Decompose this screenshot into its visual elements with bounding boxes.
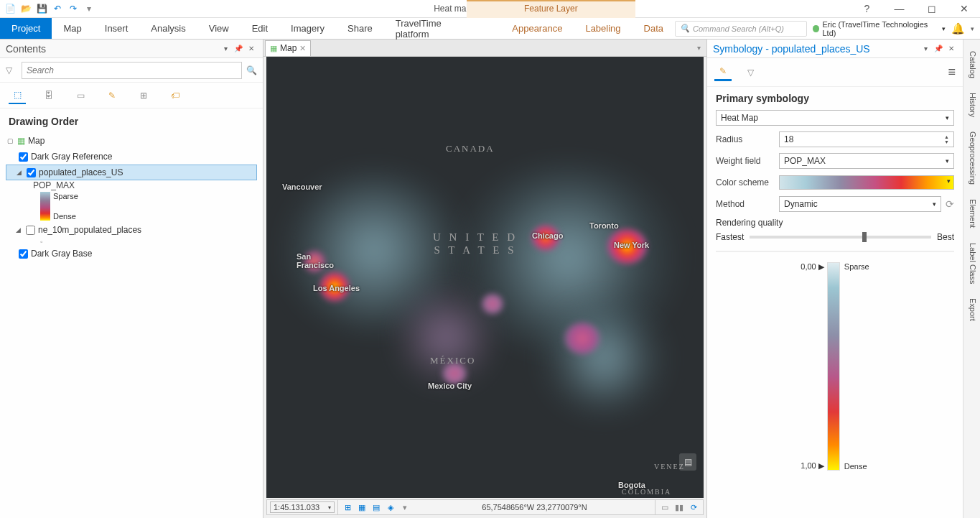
- rail-export[interactable]: Export: [963, 291, 980, 328]
- collapse-icon[interactable]: ▢: [7, 137, 14, 144]
- qat-dropdown-icon[interactable]: ▾: [82, 1, 96, 16]
- close-pane-icon[interactable]: ✕: [246, 43, 257, 55]
- user-account[interactable]: Eric (TravelTime Technologies Ltd) ▾: [813, 20, 946, 37]
- tab-share[interactable]: Share: [336, 18, 384, 39]
- ribbon: Project Map Insert Analysis View Edit Im…: [0, 18, 980, 40]
- map-canvas[interactable]: CANADA U N I T E DS T A T E S MÉXICO VEN…: [266, 57, 704, 498]
- tab-map[interactable]: Map: [52, 18, 93, 39]
- rail-label-class[interactable]: Label Class: [963, 236, 980, 291]
- constraints-icon[interactable]: ▤: [370, 501, 383, 514]
- layer-ne-10m-populated-places[interactable]: ◢ ne_10m_populated_places: [6, 222, 257, 238]
- list-by-editing-icon[interactable]: ✎: [103, 87, 121, 104]
- list-by-labeling-icon[interactable]: 🏷: [167, 87, 184, 104]
- maximize-icon[interactable]: ◻: [915, 0, 948, 18]
- method-select[interactable]: Dynamic▾: [779, 196, 941, 212]
- tab-view[interactable]: View: [197, 18, 241, 39]
- tab-insert[interactable]: Insert: [93, 18, 140, 39]
- docked-panes-rail: Catalog History Geoprocessing Element La…: [963, 40, 980, 518]
- layer-checkbox[interactable]: [27, 168, 36, 177]
- close-pane-icon[interactable]: ✕: [946, 43, 957, 55]
- view-dropdown-icon[interactable]: ▾: [697, 44, 706, 52]
- undo-icon[interactable]: ↶: [50, 1, 65, 16]
- pane-options-icon[interactable]: ≡: [948, 65, 956, 80]
- layer-checkbox[interactable]: [19, 249, 28, 259]
- title-bar: 📄 📂 💾 ↶ ↷ ▾ Heat map - Map - ArcGIS Pro …: [0, 0, 980, 18]
- list-by-snapping-icon[interactable]: ⊞: [135, 87, 152, 104]
- vary-symbology-tab-icon[interactable]: ▽: [742, 64, 759, 81]
- map-icon: ▦: [17, 136, 25, 146]
- pause-icon[interactable]: ▮▮: [673, 501, 686, 514]
- help-icon[interactable]: ?: [851, 0, 883, 18]
- coordinates-readout: 65,7548656°W 23,2770079°N: [414, 503, 655, 512]
- toc-tree: ▢ ▦ Map Dark Gray Reference ◢ populated_…: [0, 130, 263, 264]
- radius-label: Radius: [716, 134, 779, 144]
- tab-edit[interactable]: Edit: [241, 18, 279, 39]
- collapse-icon[interactable]: ◢: [16, 226, 23, 233]
- grid-icon[interactable]: ▦: [355, 501, 368, 514]
- city-label: Toronto: [589, 221, 619, 230]
- country-label: U N I T E DS T A T E S: [433, 231, 518, 256]
- city-label: Chicago: [532, 231, 563, 240]
- save-icon[interactable]: 💾: [34, 1, 49, 16]
- tab-analysis[interactable]: Analysis: [139, 18, 197, 39]
- contents-search-input[interactable]: [22, 62, 242, 79]
- selection-chip-icon[interactable]: ▭: [658, 501, 671, 514]
- primary-symbology-tab-icon[interactable]: ✎: [714, 64, 732, 81]
- list-by-source-icon[interactable]: 🗄: [40, 87, 57, 104]
- weight-field-select[interactable]: POP_MAX▾: [779, 153, 954, 169]
- tab-imagery[interactable]: Imagery: [279, 18, 336, 39]
- search-icon: 🔍: [680, 24, 690, 33]
- chevron-down-icon[interactable]: ▾: [971, 25, 974, 32]
- rail-catalog[interactable]: Catalog: [963, 44, 980, 85]
- layer-dark-gray-reference[interactable]: Dark Gray Reference: [6, 149, 257, 165]
- redo-icon[interactable]: ↷: [66, 1, 80, 16]
- minimize-icon[interactable]: —: [883, 0, 915, 18]
- rail-history[interactable]: History: [963, 85, 980, 124]
- rendering-quality-label: Rendering quality: [716, 218, 954, 228]
- quality-slider[interactable]: [750, 236, 931, 239]
- symbology-type-select[interactable]: Heat Map▾: [716, 110, 954, 126]
- tab-project[interactable]: Project: [0, 18, 52, 39]
- pin-icon[interactable]: 📌: [933, 43, 944, 55]
- tab-traveltime[interactable]: TravelTime platform: [384, 18, 487, 39]
- list-by-selection-icon[interactable]: ▭: [72, 87, 89, 104]
- layer-populated-places-us[interactable]: ◢ populated_places_US: [6, 165, 257, 180]
- color-scheme-select[interactable]: [779, 175, 954, 190]
- refresh-method-icon[interactable]: ⟳: [946, 198, 954, 210]
- tab-appearance[interactable]: Appearance: [500, 18, 574, 39]
- refresh-icon[interactable]: ⟳: [687, 501, 700, 514]
- tab-data[interactable]: Data: [633, 18, 675, 39]
- new-project-icon[interactable]: 📄: [3, 1, 17, 16]
- scale-input[interactable]: 1:45.131.033▾: [270, 501, 335, 513]
- radius-input[interactable]: 18 ▲▼: [779, 131, 954, 147]
- attribution-icon[interactable]: ▤: [679, 453, 696, 471]
- list-by-drawing-order-icon[interactable]: ⬚: [9, 87, 26, 104]
- pane-menu-icon[interactable]: ▾: [920, 43, 931, 55]
- city-label: Mexico City: [428, 381, 472, 390]
- quality-fastest-label: Fastest: [716, 232, 744, 242]
- notifications-icon[interactable]: 🔔: [951, 22, 965, 35]
- dropdown-icon[interactable]: ▾: [398, 501, 411, 514]
- pin-icon[interactable]: 📌: [233, 43, 244, 55]
- command-search[interactable]: 🔍 Command Search (Alt+Q): [675, 21, 807, 37]
- filter-icon[interactable]: ▽: [6, 65, 17, 75]
- close-icon[interactable]: ✕: [948, 0, 980, 18]
- layer-checkbox[interactable]: [19, 152, 28, 162]
- rail-element[interactable]: Element: [963, 192, 980, 235]
- tab-labeling[interactable]: Labeling: [574, 18, 632, 39]
- corrections-icon[interactable]: ◈: [384, 501, 397, 514]
- legend-preview: 0,00 ▶ 1,00 ▶ Sparse Dense: [716, 262, 954, 471]
- layer-checkbox[interactable]: [26, 226, 35, 235]
- search-icon[interactable]: 🔍: [246, 65, 257, 75]
- rail-geoprocessing[interactable]: Geoprocessing: [963, 124, 980, 192]
- toc-map-frame[interactable]: ▢ ▦ Map: [6, 133, 257, 149]
- close-tab-icon[interactable]: ✕: [299, 44, 306, 53]
- collapse-icon[interactable]: ◢: [17, 169, 24, 176]
- snapping-icon[interactable]: ⊞: [341, 501, 354, 514]
- toc-view-toolbar: ⬚ 🗄 ▭ ✎ ⊞ 🏷: [0, 83, 263, 108]
- map-view-tab[interactable]: ▦ Map ✕: [265, 40, 311, 56]
- layer-dark-gray-base[interactable]: Dark Gray Base: [6, 246, 257, 262]
- pane-menu-icon[interactable]: ▾: [220, 43, 231, 55]
- city-label: Bogota: [618, 481, 645, 489]
- open-project-icon[interactable]: 📂: [19, 1, 33, 16]
